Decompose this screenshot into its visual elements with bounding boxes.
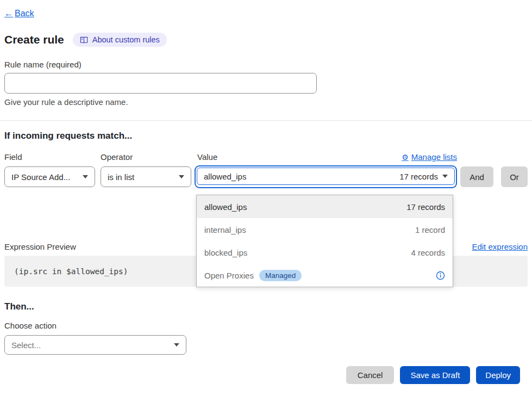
page-title: Create rule <box>4 33 64 46</box>
title-row: Create rule About custom rules <box>4 33 528 47</box>
list-item-allowed-ips[interactable]: allowed_ips 17 records <box>197 195 453 218</box>
about-custom-rules-link[interactable]: About custom rules <box>73 33 167 47</box>
operator-label: Operator <box>101 152 195 162</box>
field-select[interactable]: IP Source Add... <box>4 166 95 187</box>
create-rule-page: ←Back Create rule About custom rules Rul… <box>0 0 532 402</box>
book-icon <box>80 36 88 44</box>
operator-select-value: is in list <box>108 172 134 182</box>
list-item-open-proxies[interactable]: Open Proxies Managed <box>197 264 453 287</box>
list-item-name: allowed_ips <box>204 202 247 212</box>
and-button[interactable]: And <box>460 166 493 187</box>
list-item-internal-ips[interactable]: internal_ips 1 record <box>197 218 453 241</box>
value-select-meta: 17 records <box>399 172 438 181</box>
manage-lists-label: Manage lists <box>411 152 457 162</box>
field-label: Field <box>4 152 101 162</box>
list-item-records: 1 record <box>415 225 445 234</box>
action-select[interactable]: Select... <box>4 335 186 355</box>
list-item-records: 17 records <box>406 202 445 212</box>
value-select-wrap: allowed_ips 17 records allowed_ips 17 re… <box>195 166 457 188</box>
list-item-blocked-ips[interactable]: blocked_ips 4 records <box>197 241 453 264</box>
value-label-row: Value ⚙Manage lists <box>195 152 457 162</box>
back-label: Back <box>15 9 34 18</box>
field-select-value: IP Source Add... <box>11 172 70 182</box>
manage-lists-link[interactable]: ⚙Manage lists <box>402 152 457 162</box>
deploy-button[interactable]: Deploy <box>476 366 520 384</box>
rule-name-help: Give your rule a descriptive name. <box>4 97 528 107</box>
action-select-placeholder: Select... <box>11 341 41 350</box>
value-select-value: allowed_ips <box>204 172 246 181</box>
condition-row: IP Source Add... is in list allowed_ips … <box>4 166 528 188</box>
about-badge-label: About custom rules <box>92 35 160 44</box>
rule-name-input[interactable] <box>4 73 317 94</box>
left-arrow-icon: ← <box>4 9 13 18</box>
section-divider <box>0 120 532 121</box>
chevron-down-icon <box>179 175 184 178</box>
save-as-draft-button[interactable]: Save as Draft <box>400 366 470 384</box>
value-label: Value <box>195 152 217 162</box>
chevron-down-icon <box>83 175 88 178</box>
back-row: ←Back <box>4 0 528 18</box>
value-select-focus-ring: allowed_ips 17 records <box>195 165 457 188</box>
list-item-records: 4 records <box>411 248 445 257</box>
edit-expression-link[interactable]: Edit expression <box>472 242 528 251</box>
expression-code: (ip.src in $allowed_ips) <box>14 267 128 276</box>
list-item-name: Open Proxies <box>204 271 254 280</box>
or-button[interactable]: Or <box>501 166 528 187</box>
then-section-heading: Then... <box>4 301 528 312</box>
footer-actions: Cancel Save as Draft Deploy <box>4 366 528 384</box>
list-dropdown: allowed_ips 17 records internal_ips 1 re… <box>196 195 453 287</box>
expression-preview-label: Expression Preview <box>4 242 76 251</box>
list-item-name: blocked_ips <box>204 248 247 257</box>
rule-name-label: Rule name (required) <box>4 60 528 69</box>
managed-badge: Managed <box>259 270 302 281</box>
gear-icon: ⚙ <box>402 153 409 162</box>
list-item-name: internal_ips <box>204 225 246 234</box>
operator-select[interactable]: is in list <box>101 166 191 187</box>
choose-action-label: Choose action <box>4 321 528 330</box>
chevron-down-icon <box>174 343 179 347</box>
value-select[interactable]: allowed_ips 17 records <box>197 168 455 185</box>
info-icon[interactable] <box>436 271 445 280</box>
back-link[interactable]: ←Back <box>4 9 34 18</box>
cancel-button[interactable]: Cancel <box>346 366 395 384</box>
condition-labels-row: Field Operator Value ⚙Manage lists <box>4 152 528 162</box>
chevron-down-icon <box>442 175 448 178</box>
match-section-heading: If incoming requests match... <box>4 131 528 141</box>
